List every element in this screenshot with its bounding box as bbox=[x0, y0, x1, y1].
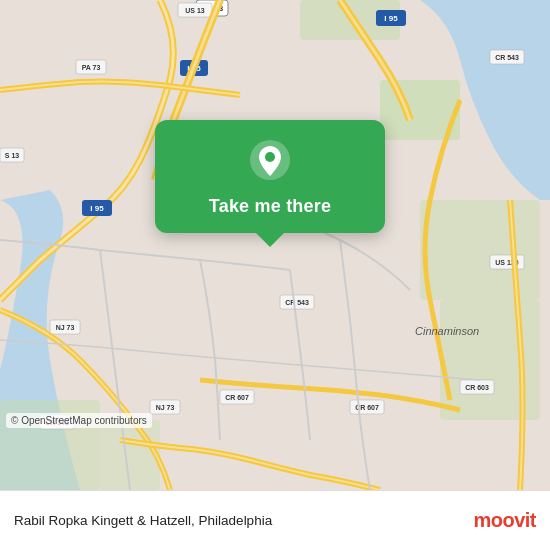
svg-point-44 bbox=[265, 152, 275, 162]
svg-rect-6 bbox=[100, 420, 160, 490]
location-label: Rabil Ropka Kingett & Hatzell, Philadelp… bbox=[14, 513, 473, 528]
svg-text:Cinnaminson: Cinnaminson bbox=[415, 325, 479, 337]
svg-text:I 95: I 95 bbox=[90, 204, 104, 213]
svg-text:NJ 73: NJ 73 bbox=[56, 324, 75, 331]
svg-text:I 95: I 95 bbox=[384, 14, 398, 23]
footer-bar: Rabil Ropka Kingett & Hatzell, Philadelp… bbox=[0, 490, 550, 550]
svg-text:CR 607: CR 607 bbox=[225, 394, 249, 401]
copyright-notice: © OpenStreetMap contributors bbox=[6, 413, 152, 428]
take-me-there-label: Take me there bbox=[209, 196, 331, 217]
svg-text:CR 543: CR 543 bbox=[285, 299, 309, 306]
svg-text:NJ 73: NJ 73 bbox=[156, 404, 175, 411]
svg-text:PA 73: PA 73 bbox=[82, 64, 101, 71]
svg-text:US 13: US 13 bbox=[185, 7, 205, 14]
svg-rect-3 bbox=[420, 200, 540, 300]
location-pin-icon bbox=[248, 138, 292, 186]
svg-text:S 13: S 13 bbox=[5, 152, 20, 159]
svg-text:CR 603: CR 603 bbox=[465, 384, 489, 391]
moovit-logo: moovit bbox=[473, 509, 536, 532]
svg-text:CR 543: CR 543 bbox=[495, 54, 519, 61]
take-me-there-card[interactable]: Take me there bbox=[155, 120, 385, 233]
moovit-brand-text: moovit bbox=[473, 509, 536, 532]
map-container: I 95 I 95 I 95 US 13 US 13 PA 73 S 13 NJ… bbox=[0, 0, 550, 490]
